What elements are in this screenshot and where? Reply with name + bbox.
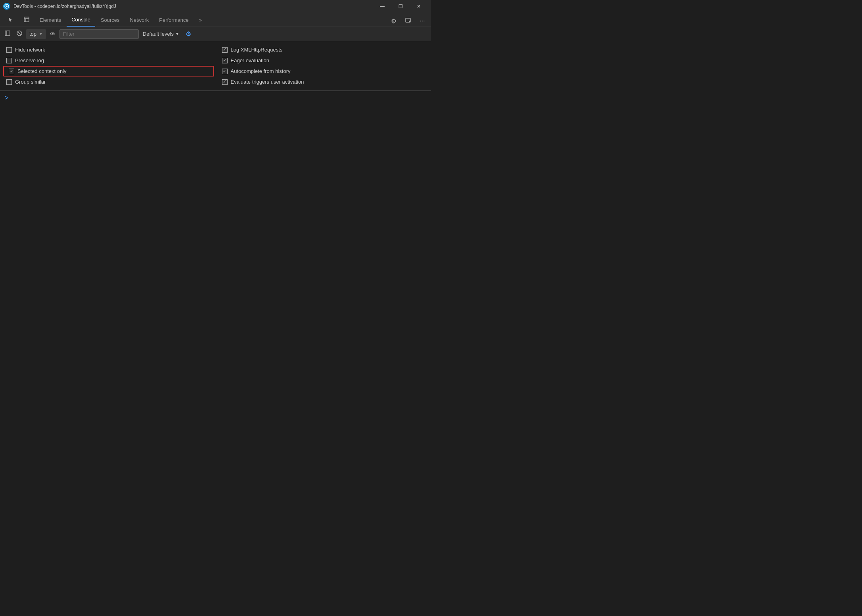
eager-eval-checkbox[interactable] [222,58,228,63]
hide-network-label: Hide network [15,47,45,53]
tab-network[interactable]: Network [125,13,154,27]
app-icon [3,3,10,10]
tab-elements-label: Elements [40,17,61,23]
console-settings-button[interactable]: ⚙ [183,29,193,39]
gear-icon: ⚙ [391,17,397,25]
option-eager-eval[interactable]: Eager evaluation [216,55,431,66]
autocomplete-label: Autocomplete from history [231,68,291,74]
title-bar-controls: — ❐ ✕ [373,0,428,13]
tab-inspector[interactable] [19,13,34,27]
cursor-icon [8,17,13,23]
inspector-icon [24,17,29,23]
option-hide-network[interactable]: Hide network [0,44,216,55]
minimize-button[interactable]: — [373,0,391,13]
tab-more[interactable]: » [194,13,207,27]
options-panel: Hide network Log XMLHttpRequests Preserv… [0,41,431,91]
group-similar-label: Group similar [15,79,46,85]
svg-rect-2 [24,17,29,22]
default-levels-button[interactable]: Default levels ▼ [140,31,182,37]
console-gear-icon: ⚙ [186,30,191,38]
tab-bar-right: ⚙ ··· [388,15,428,27]
eval-triggers-label: Evaluate triggers user activation [231,79,304,85]
ellipsis-icon: ··· [420,17,425,25]
option-eval-triggers[interactable]: Evaluate triggers user activation [216,77,431,87]
console-toolbar: top ▼ 👁 Default levels ▼ ⚙ [0,27,431,41]
svg-point-1 [6,6,8,7]
option-group-similar[interactable]: Group similar [0,77,216,87]
clear-icon [17,31,22,37]
tab-sources-label: Sources [101,17,120,23]
svg-line-8 [18,32,21,35]
sidebar-toggle-icon [5,31,10,37]
dock-button[interactable] [402,15,414,27]
close-button[interactable]: ✕ [410,0,428,13]
levels-label: Default levels [143,31,174,37]
tab-performance-label: Performance [159,17,188,23]
selected-context-checkbox[interactable] [9,69,14,74]
autocomplete-checkbox[interactable] [222,69,228,74]
preserve-log-label: Preserve log [15,57,44,63]
levels-arrow-icon: ▼ [175,32,179,36]
option-log-xhr[interactable]: Log XMLHttpRequests [216,44,431,55]
sidebar-toggle-button[interactable] [2,29,13,39]
option-preserve-log[interactable]: Preserve log [0,55,216,66]
prompt-chevron-icon: > [5,94,8,101]
log-xhr-label: Log XMLHttpRequests [231,47,283,53]
more-options-button[interactable]: ··· [417,15,428,27]
tab-console[interactable]: Console [67,13,95,27]
context-selector[interactable]: top ▼ [26,29,46,39]
group-similar-checkbox[interactable] [6,79,12,85]
title-bar: DevTools - codepen.io/zoherghadyali/full… [0,0,431,13]
filter-input[interactable] [59,29,139,39]
tab-sources[interactable]: Sources [96,13,125,27]
tab-cursor[interactable] [3,13,18,27]
eval-triggers-checkbox[interactable] [222,79,228,85]
tab-performance[interactable]: Performance [154,13,193,27]
eye-button[interactable]: 👁 [48,29,58,39]
eager-eval-label: Eager evaluation [231,57,270,63]
title-bar-text: DevTools - codepen.io/zoherghadyali/full… [13,4,370,9]
context-value: top [29,31,36,37]
clear-console-button[interactable] [14,29,25,39]
option-selected-context[interactable]: Selected context only [3,66,214,77]
option-autocomplete[interactable]: Autocomplete from history [216,66,431,77]
eye-icon: 👁 [50,31,56,37]
more-tabs-icon: » [199,17,202,23]
tab-console-label: Console [71,17,90,23]
options-grid: Hide network Log XMLHttpRequests Preserv… [0,44,431,87]
dock-icon [405,17,411,25]
tab-network-label: Network [130,17,149,23]
svg-point-4 [409,21,410,22]
hide-network-checkbox[interactable] [6,47,12,53]
console-prompt[interactable]: > [5,94,426,101]
tab-bar: Elements Console Sources Network Perform… [0,13,431,27]
maximize-button[interactable]: ❐ [391,0,410,13]
svg-rect-5 [5,31,10,36]
tab-elements[interactable]: Elements [35,13,66,27]
settings-button[interactable]: ⚙ [388,15,399,27]
selected-context-label: Selected context only [17,68,67,74]
context-arrow-icon: ▼ [39,32,43,36]
log-xhr-checkbox[interactable] [222,47,228,53]
console-area[interactable]: > [0,91,431,250]
preserve-log-checkbox[interactable] [6,58,12,63]
